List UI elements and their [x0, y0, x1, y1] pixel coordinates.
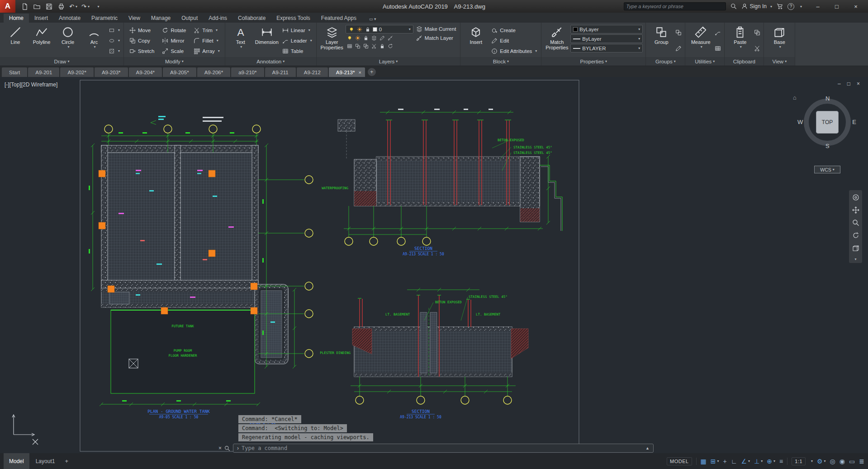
tab-express-tools[interactable]: Express Tools: [271, 14, 315, 23]
file-tab[interactable]: A9-206*: [197, 67, 231, 77]
search-icon[interactable]: [730, 3, 737, 10]
viewport-close-icon[interactable]: ×: [857, 81, 860, 87]
close-tab-icon[interactable]: ×: [358, 70, 361, 75]
tab-parametric[interactable]: Parametric: [86, 14, 123, 23]
clean-screen-toggle[interactable]: ▭: [849, 458, 855, 465]
sign-in-button[interactable]: Sign In ▾: [741, 3, 772, 10]
layer-isolate-icon[interactable]: [355, 35, 361, 41]
model-tab[interactable]: Model: [4, 453, 29, 469]
drawing-canvas[interactable]: FUTURE TANK PUMP ROOM FLOOR HARDENER PLA…: [0, 77, 868, 453]
text-tool[interactable]: Text ▾: [228, 24, 253, 57]
object-snap-toggle[interactable]: ⊕▾: [767, 458, 775, 465]
make-current-button[interactable]: Make Current: [414, 25, 458, 33]
file-tab[interactable]: A9-202*: [60, 67, 94, 77]
pan-icon[interactable]: [852, 206, 859, 214]
close-button[interactable]: ×: [846, 0, 865, 13]
edit-block-button[interactable]: Edit: [489, 37, 538, 45]
wcs-menu[interactable]: WCS▾: [814, 166, 840, 173]
ribbon-collapse-button[interactable]: ▭ ▾: [366, 15, 379, 23]
array-tool[interactable]: Array▾: [192, 46, 221, 56]
viewcube-west[interactable]: W: [797, 119, 803, 125]
layer-properties-button[interactable]: Layer Properties: [319, 24, 345, 57]
show-motion-icon[interactable]: [852, 244, 859, 252]
lineweight-display-toggle[interactable]: ≡: [779, 458, 783, 465]
annotation-panel-label[interactable]: Annotation▾: [225, 57, 316, 66]
circle-tool[interactable]: Circle ▾: [55, 24, 81, 57]
model-space-toggle[interactable]: MODEL: [667, 457, 692, 465]
trim-tool[interactable]: Trim▾: [192, 25, 221, 35]
file-tab[interactable]: a9-210*: [231, 67, 264, 77]
layout1-tab[interactable]: Layout1: [30, 453, 61, 469]
search-input[interactable]: [626, 4, 723, 9]
object-snap-tracking-toggle[interactable]: ⊥▾: [754, 458, 763, 465]
customization-menu[interactable]: ≣: [859, 458, 864, 465]
viewport-minimize-icon[interactable]: –: [838, 81, 841, 87]
layers-panel-label[interactable]: Layers▾: [317, 57, 460, 66]
table-tool[interactable]: Table: [280, 47, 313, 55]
viewcube-south[interactable]: S: [825, 143, 830, 149]
orbit-icon[interactable]: [852, 232, 859, 239]
properties-panel-label[interactable]: Properties▾: [541, 57, 645, 66]
linear-dimension-tool[interactable]: Linear▾: [280, 26, 313, 34]
line-tool[interactable]: Line: [3, 24, 28, 57]
workspace-switcher[interactable]: ⚙▾: [817, 458, 826, 465]
file-tab[interactable]: A9-211: [265, 67, 296, 77]
quick-calculator-icon[interactable]: [714, 45, 721, 52]
undo-button[interactable]: ↶▾: [69, 2, 78, 11]
plot-button[interactable]: [57, 2, 66, 11]
annotation-scale-chevron-icon[interactable]: ▾: [810, 459, 813, 463]
maximize-button[interactable]: □: [827, 0, 846, 13]
viewcube-home-icon[interactable]: ⌂: [793, 94, 797, 101]
file-tab[interactable]: A9-205*: [163, 67, 196, 77]
base-view-button[interactable]: Base ▾: [767, 24, 792, 57]
polyline-tool[interactable]: Polyline: [29, 24, 54, 57]
layer-delete-icon[interactable]: [371, 43, 377, 49]
viewcube[interactable]: ⌂ N S W E TOP: [801, 96, 854, 148]
command-input[interactable]: [242, 445, 643, 451]
new-layout-button[interactable]: +: [61, 453, 72, 469]
file-tab[interactable]: A9-203*: [95, 67, 128, 77]
create-block-button[interactable]: Create: [489, 26, 538, 34]
save-button[interactable]: [44, 2, 53, 11]
lineweight-dropdown[interactable]: ByLayer ▾: [570, 34, 643, 43]
block-panel-label[interactable]: Block▾: [460, 57, 541, 66]
layer-restore-icon[interactable]: [387, 43, 394, 49]
layer-dropdown[interactable]: 0 ▾: [346, 25, 413, 34]
help-icon[interactable]: ?: [787, 3, 794, 10]
tab-collaborate[interactable]: Collaborate: [232, 14, 271, 23]
file-tab[interactable]: A9-201: [28, 67, 59, 77]
snap-mode-toggle[interactable]: ⊞▾: [711, 458, 719, 465]
copy-clip-icon[interactable]: [754, 29, 761, 36]
layer-merge-icon[interactable]: [363, 43, 369, 49]
command-close-icon[interactable]: ×: [218, 445, 222, 451]
app-store-icon[interactable]: [777, 3, 783, 10]
file-tab[interactable]: A9-212: [297, 67, 328, 77]
clipboard-panel-label[interactable]: Clipboard: [725, 57, 764, 66]
dimension-tool[interactable]: Dimension: [254, 24, 280, 57]
viewport-controls[interactable]: [-][Top][2D Wireframe]: [5, 81, 57, 88]
modify-panel-label[interactable]: Modify▾: [124, 57, 225, 66]
scale-tool[interactable]: Scale: [160, 46, 187, 56]
isolate-objects-toggle[interactable]: ◉: [840, 458, 845, 465]
tab-output[interactable]: Output: [176, 14, 203, 23]
layer-freeze-icon[interactable]: [363, 35, 369, 41]
layer-walk-icon[interactable]: [346, 43, 353, 49]
navbar-chevron-icon[interactable]: ▾: [854, 257, 856, 261]
file-tab[interactable]: A9-204*: [129, 67, 162, 77]
groups-panel-label[interactable]: Groups▾: [646, 57, 685, 66]
file-tab-active[interactable]: A9-213*×: [329, 67, 365, 77]
command-customize-icon[interactable]: [224, 445, 230, 451]
utilities-panel-label[interactable]: Utilities▾: [685, 57, 724, 66]
tab-featured-apps[interactable]: Featured Apps: [316, 14, 362, 23]
grid-display-toggle[interactable]: ▦: [701, 458, 707, 465]
stretch-tool[interactable]: Stretch: [128, 46, 156, 56]
leader-tool[interactable]: Leader▾: [280, 37, 313, 45]
cut-clip-icon[interactable]: [754, 45, 761, 52]
edit-attributes-button[interactable]: Edit Attributes▾: [489, 47, 538, 55]
file-tab-start[interactable]: Start: [2, 67, 27, 77]
rotate-tool[interactable]: Rotate: [160, 25, 187, 35]
tab-insert[interactable]: Insert: [29, 14, 53, 23]
annotation-monitor-toggle[interactable]: ◎: [830, 458, 835, 465]
tab-annotate[interactable]: Annotate: [53, 14, 86, 23]
command-input-bar[interactable]: › ▲: [233, 444, 654, 453]
